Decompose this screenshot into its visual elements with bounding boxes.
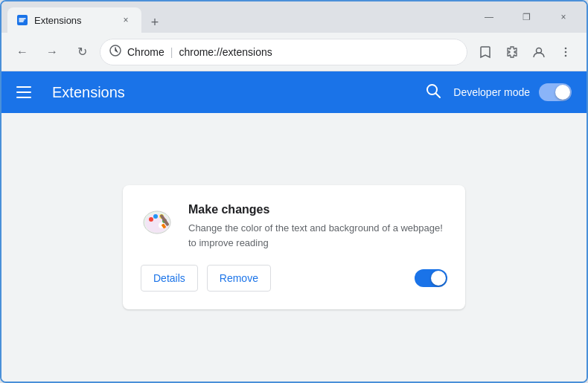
- developer-mode-label: Developer mode: [453, 86, 530, 98]
- svg-point-5: [565, 54, 567, 57]
- maximize-button[interactable]: ❐: [509, 5, 543, 29]
- extensions-page-title: Extensions: [52, 84, 425, 101]
- address-favicon: [109, 45, 121, 59]
- back-button[interactable]: ←: [10, 40, 34, 64]
- hamburger-menu-button[interactable]: [16, 80, 40, 104]
- tab-label: Extensions: [34, 15, 113, 26]
- extension-card-footer: Details Remove: [141, 265, 447, 292]
- remove-button[interactable]: Remove: [207, 265, 271, 292]
- navigation-bar: ← → ↻ Chrome | chrome://extensions: [1, 33, 587, 71]
- developer-mode-toggle[interactable]: [539, 83, 572, 101]
- hamburger-line-2: [16, 91, 31, 93]
- svg-line-7: [436, 93, 441, 97]
- details-button[interactable]: Details: [141, 265, 198, 292]
- extension-name: Make changes: [188, 203, 447, 216]
- browser-window: Extensions × + — ❐ × ← → ↻ Chrome | chro…: [0, 0, 588, 383]
- tab-favicon: [16, 14, 28, 26]
- svg-point-12: [153, 214, 158, 219]
- svg-point-4: [565, 51, 567, 53]
- developer-mode-toggle-knob: [555, 85, 570, 100]
- tab-close-button[interactable]: ×: [119, 13, 132, 27]
- svg-point-11: [149, 217, 153, 222]
- extension-toggle-knob: [431, 271, 446, 286]
- extension-description: Change the color of the text and backgro…: [188, 221, 447, 250]
- address-url: chrome://extensions: [179, 46, 458, 58]
- nav-right-icons: [473, 40, 578, 64]
- bookmark-button[interactable]: [473, 40, 497, 64]
- address-chrome-label: Chrome: [127, 46, 164, 58]
- extension-icon: [141, 203, 176, 239]
- active-tab[interactable]: Extensions ×: [7, 7, 141, 33]
- address-separator: |: [170, 46, 173, 58]
- hamburger-line-3: [16, 97, 31, 98]
- minimize-button[interactable]: —: [472, 5, 506, 29]
- extension-card-header: Make changes Change the color of the tex…: [141, 203, 447, 250]
- extensions-search-button[interactable]: [425, 83, 441, 103]
- extension-enabled-toggle[interactable]: [415, 269, 447, 287]
- window-controls: — ❐ ×: [472, 5, 581, 29]
- extension-card: Make changes Change the color of the tex…: [123, 185, 465, 309]
- extension-info: Make changes Change the color of the tex…: [188, 203, 447, 250]
- extensions-button[interactable]: [500, 40, 524, 64]
- tab-strip: Extensions × +: [7, 1, 469, 33]
- extensions-header: Extensions Developer mode: [1, 71, 587, 113]
- close-button[interactable]: ×: [546, 5, 581, 29]
- address-bar[interactable]: Chrome | chrome://extensions: [100, 39, 467, 65]
- new-tab-button[interactable]: +: [144, 12, 165, 33]
- main-content: RISK.COM: [1, 113, 587, 382]
- refresh-button[interactable]: ↻: [70, 40, 94, 64]
- hamburger-line-1: [16, 86, 31, 88]
- title-bar: Extensions × + — ❐ ×: [1, 1, 587, 33]
- menu-button[interactable]: [554, 40, 578, 64]
- forward-button[interactable]: →: [40, 40, 64, 64]
- account-button[interactable]: [527, 40, 551, 64]
- svg-point-3: [565, 47, 567, 49]
